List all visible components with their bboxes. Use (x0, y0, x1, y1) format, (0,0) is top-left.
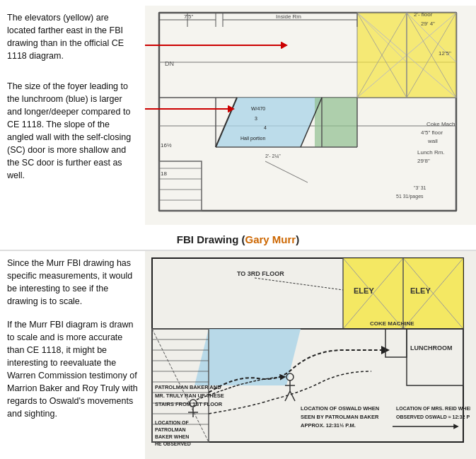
svg-text:29'8": 29'8" (417, 158, 430, 164)
bottom-section: Since the Murr FBI drawing has specific … (0, 250, 476, 459)
svg-text:16½: 16½ (161, 142, 172, 149)
svg-text:APPROX. 12:31½ P.M.: APPROX. 12:31½ P.M. (301, 422, 356, 429)
svg-text:ELEY: ELEY (354, 286, 374, 295)
fbi-drawing-title-text: FBI Drawing (Gary Murr) (177, 233, 299, 245)
svg-text:Lunch Rm.: Lunch Rm. (417, 149, 445, 156)
svg-text:Inside Rm: Inside Rm (276, 13, 301, 20)
svg-text:DN: DN (165, 60, 174, 67)
svg-text:LOCATION OF MRS. REID WHEN SH: LOCATION OF MRS. REID WHEN SH (396, 406, 470, 411)
svg-rect-21 (315, 98, 357, 147)
fbi-drawing-svg: 7'5" Inside Rm 2'- floor 29' 4" 12'5" DN (145, 6, 470, 225)
svg-text:3: 3 (255, 116, 257, 121)
annotation-scale-text: Since the Murr FBI drawing has specific … (7, 257, 138, 308)
fbi-gary-murr: Gary Murr (245, 233, 296, 245)
svg-text:12'5": 12'5" (439, 50, 451, 57)
svg-text:HE OBSERVED: HE OBSERVED (155, 441, 191, 446)
svg-text:7'5": 7'5" (184, 13, 193, 20)
fbi-title-suffix: ) (296, 233, 299, 245)
svg-text:18: 18 (161, 170, 167, 177)
svg-text:4: 4 (264, 125, 267, 130)
svg-text:4'5" floor: 4'5" floor (421, 129, 443, 136)
ce1118-drawing-area: ELEY ELEY TO 3RD FLOOR (145, 251, 476, 459)
fbi-drawing-title-bar: FBI Drawing (Gary Murr) (0, 231, 476, 250)
svg-text:OBSERVED OSWALD ≈ 12:32 P: OBSERVED OSWALD ≈ 12:32 P (396, 414, 470, 419)
svg-text:LOCATION OF OSWALD WHEN: LOCATION OF OSWALD WHEN (301, 405, 379, 412)
annotation-warren-text: If the Murr FBI diagram is drawn to scal… (7, 318, 138, 421)
left-text-bottom: Since the Murr FBI drawing has specific … (0, 251, 145, 459)
svg-text:LUNCHROOM: LUNCHROOM (410, 344, 453, 351)
svg-text:2'- 2¼": 2'- 2¼" (265, 153, 281, 158)
svg-text:wall: wall (427, 138, 438, 144)
svg-text:PATROLMAN: PATROLMAN (155, 427, 186, 432)
svg-text:29' 4": 29' 4" (421, 21, 435, 27)
svg-text:W/470: W/470 (251, 106, 265, 111)
annotation-warren: If the Murr FBI diagram is drawn to scal… (7, 318, 138, 421)
svg-text:BAKER WHEN: BAKER WHEN (155, 434, 189, 439)
ce1118-svg: ELEY ELEY TO 3RD FLOOR (145, 251, 470, 449)
svg-text:Hall portion: Hall portion (240, 136, 266, 141)
main-container: The elevators (yellow) are located farth… (0, 0, 476, 459)
svg-text:PATROLMAN BAKER AND: PATROLMAN BAKER AND (155, 384, 221, 390)
svg-text:"3' 31: "3' 31 (414, 185, 426, 190)
annotation-foyer: The size of the foyer leading to the lun… (7, 80, 138, 182)
svg-text:LOCATION OF: LOCATION OF (155, 420, 189, 425)
annotation-elevators: The elevators (yellow) are located farth… (7, 11, 138, 63)
svg-text:SEEN BY PATROLMAN BAKER: SEEN BY PATROLMAN BAKER (301, 414, 379, 420)
fbi-drawing-area: 7'5" Inside Rm 2'- floor 29' 4" 12'5" DN (145, 6, 476, 225)
left-text-top: The elevators (yellow) are located farth… (0, 6, 145, 225)
annotation-elevators-text: The elevators (yellow) are located farth… (7, 11, 138, 63)
svg-text:TO 3RD FLOOR: TO 3RD FLOOR (237, 270, 284, 277)
top-section: The elevators (yellow) are located farth… (0, 0, 476, 231)
svg-text:ELEY: ELEY (410, 286, 431, 295)
svg-text:2'- floor: 2'- floor (414, 11, 433, 18)
arrow-elevators (145, 45, 283, 46)
annotation-foyer-text: The size of the foyer leading to the lun… (7, 80, 138, 182)
svg-text:Coke Mach: Coke Mach (426, 121, 455, 127)
arrow-foyer (145, 108, 230, 110)
svg-text:51 31/pages: 51 31/pages (396, 194, 424, 199)
fbi-title-prefix: FBI Drawing ( (177, 233, 245, 245)
annotation-scale: Since the Murr FBI drawing has specific … (7, 257, 138, 308)
svg-text:COKE MACHINE: COKE MACHINE (370, 320, 414, 327)
svg-marker-76 (195, 329, 301, 385)
svg-text:STAIRS FROM 1ST FLOOR: STAIRS FROM 1ST FLOOR (155, 401, 223, 407)
